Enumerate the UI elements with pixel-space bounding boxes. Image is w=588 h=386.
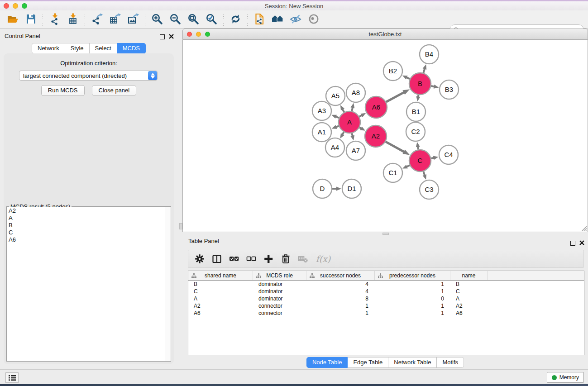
graph-node-A5[interactable]: A5 xyxy=(326,86,345,105)
edge-A-A5[interactable] xyxy=(343,109,344,112)
export-table-button[interactable] xyxy=(106,12,124,27)
edge-C-C1[interactable] xyxy=(406,165,410,167)
table-cell[interactable]: A6 xyxy=(188,310,253,316)
mcds-result-item[interactable]: C xyxy=(7,229,165,236)
hide-visibility-button[interactable] xyxy=(287,12,305,27)
graph-node-B[interactable]: B xyxy=(409,73,431,95)
tab-mcds[interactable]: MCDS xyxy=(117,43,146,54)
edge-B-B2[interactable] xyxy=(406,77,410,79)
table-cell[interactable]: 8 xyxy=(306,295,375,302)
table-cell[interactable]: A2 xyxy=(450,303,488,309)
tab-motifs[interactable]: Motifs xyxy=(437,357,464,368)
export-network-button[interactable] xyxy=(88,12,106,27)
graph-node-C3[interactable]: C3 xyxy=(420,180,439,199)
edge-B-B4[interactable] xyxy=(423,69,425,73)
column-view-button[interactable] xyxy=(209,252,225,266)
edge-A-A8[interactable] xyxy=(352,107,353,111)
table-cell[interactable]: 1 xyxy=(375,281,450,287)
refresh-button[interactable] xyxy=(226,12,244,27)
table-row[interactable]: Adominator80A xyxy=(188,295,584,302)
float-panel-icon[interactable] xyxy=(160,34,165,39)
edge-C-C3[interactable] xyxy=(423,172,425,176)
mcds-result-item[interactable]: A6 xyxy=(7,236,165,243)
close-panel-icon[interactable] xyxy=(169,33,174,41)
close-table-panel-icon[interactable] xyxy=(579,239,584,247)
graph-node-B3[interactable]: B3 xyxy=(440,80,459,99)
edge-B-B3[interactable] xyxy=(431,86,434,86)
resize-grip-icon[interactable] xyxy=(580,224,587,231)
table-cell[interactable]: A xyxy=(188,295,253,302)
node-table[interactable]: shared nameMCDS rolesuccessor nodesprede… xyxy=(188,271,584,355)
table-cell[interactable]: 1 xyxy=(375,303,450,309)
table-cell[interactable]: 4 xyxy=(306,281,375,287)
run-mcds-button[interactable]: Run MCDS xyxy=(41,85,85,96)
task-history-button[interactable] xyxy=(5,372,19,383)
table-cell[interactable]: 4 xyxy=(306,288,375,295)
zoom-in-button[interactable] xyxy=(148,12,166,27)
mcds-result-item[interactable]: A2 xyxy=(7,207,165,214)
edge-C-C2[interactable] xyxy=(418,147,418,150)
column-header-name[interactable]: name xyxy=(450,271,488,280)
open-file-button[interactable] xyxy=(4,12,22,27)
memory-button[interactable]: Memory xyxy=(547,372,584,383)
graph-node-C4[interactable]: C4 xyxy=(439,145,458,164)
mcds-result-list[interactable]: A2ABCA6 xyxy=(7,207,165,361)
graph-node-A8[interactable]: A8 xyxy=(346,83,365,102)
column-header-successor-nodes[interactable]: successor nodes xyxy=(306,271,375,280)
table-row[interactable]: Bdominator41B xyxy=(188,281,584,288)
table-cell[interactable]: C xyxy=(188,288,253,295)
mcds-result-scrollbar[interactable] xyxy=(165,207,170,361)
table-cell[interactable]: B xyxy=(188,281,253,287)
graph-node-A2[interactable]: A2 xyxy=(365,125,387,147)
edge-A6-B[interactable] xyxy=(386,92,404,102)
graph-node-B1[interactable]: B1 xyxy=(406,102,425,121)
zoom-fit-button[interactable] xyxy=(184,12,202,27)
network-window-titlebar[interactable]: testGlobe.txt xyxy=(182,29,588,40)
edge-A-A3[interactable] xyxy=(336,117,339,118)
table-cell[interactable]: A2 xyxy=(188,303,253,309)
table-cell[interactable]: 1 xyxy=(375,310,450,316)
graph-node-D1[interactable]: D1 xyxy=(342,179,361,198)
optimization-criterion-dropdown[interactable]: largest connected component (directed) xyxy=(19,71,158,81)
table-cell[interactable]: connector xyxy=(253,310,306,316)
show-visibility-button[interactable] xyxy=(305,12,323,27)
splitter-handle-vertical[interactable] xyxy=(179,223,182,229)
table-cell[interactable]: A6 xyxy=(450,310,488,316)
mcds-result-item[interactable]: A xyxy=(7,214,165,222)
table-cell[interactable]: A xyxy=(450,295,488,302)
column-header-shared-name[interactable]: shared name xyxy=(188,271,253,280)
table-cell[interactable]: 1 xyxy=(375,288,450,295)
add-row-button[interactable] xyxy=(261,252,276,266)
home-networks-button[interactable] xyxy=(268,12,287,27)
graph-node-A[interactable]: A xyxy=(339,111,360,133)
table-row[interactable]: Cdominator41C xyxy=(188,288,584,295)
table-cell[interactable]: dominator xyxy=(253,295,306,302)
select-all-button[interactable] xyxy=(226,252,242,266)
table-cell[interactable]: dominator xyxy=(253,281,306,287)
zoom-selected-button[interactable] xyxy=(202,12,220,27)
graph-node-A3[interactable]: A3 xyxy=(312,101,331,120)
tab-network[interactable]: Network xyxy=(32,43,65,54)
graph-node-B4[interactable]: B4 xyxy=(420,45,439,64)
network-canvas[interactable]: B4B2BB3A5A8A6B1A3AC2A1A2A4A7C4CC1C3DD1 xyxy=(182,40,588,232)
settings-button[interactable] xyxy=(192,252,207,266)
tab-node-table[interactable]: Node Table xyxy=(306,357,348,368)
table-header-row[interactable]: shared nameMCDS rolesuccessor nodesprede… xyxy=(188,271,584,281)
table-cell[interactable]: connector xyxy=(253,303,306,309)
table-row[interactable]: A6connector11A6 xyxy=(188,310,584,317)
column-header-predecessor-nodes[interactable]: predecessor nodes xyxy=(375,271,450,280)
tab-select[interactable]: Select xyxy=(90,43,117,54)
table-row[interactable]: A2connector11A2 xyxy=(188,302,584,310)
table-cell[interactable]: 0 xyxy=(375,295,450,302)
float-table-panel-icon[interactable] xyxy=(570,241,575,246)
table-cell[interactable]: B xyxy=(450,281,488,287)
tab-network-table[interactable]: Network Table xyxy=(388,357,437,368)
table-cell[interactable]: dominator xyxy=(253,288,306,295)
graph-node-A6[interactable]: A6 xyxy=(365,96,387,118)
tab-style[interactable]: Style xyxy=(65,43,90,54)
close-panel-button[interactable]: Close panel xyxy=(92,85,137,96)
network-from-file-button[interactable] xyxy=(250,12,268,27)
table-body[interactable]: Bdominator41BCdominator41CAdominator80AA… xyxy=(188,281,584,317)
graph-node-A7[interactable]: A7 xyxy=(346,141,365,160)
graph-node-C1[interactable]: C1 xyxy=(383,163,402,182)
